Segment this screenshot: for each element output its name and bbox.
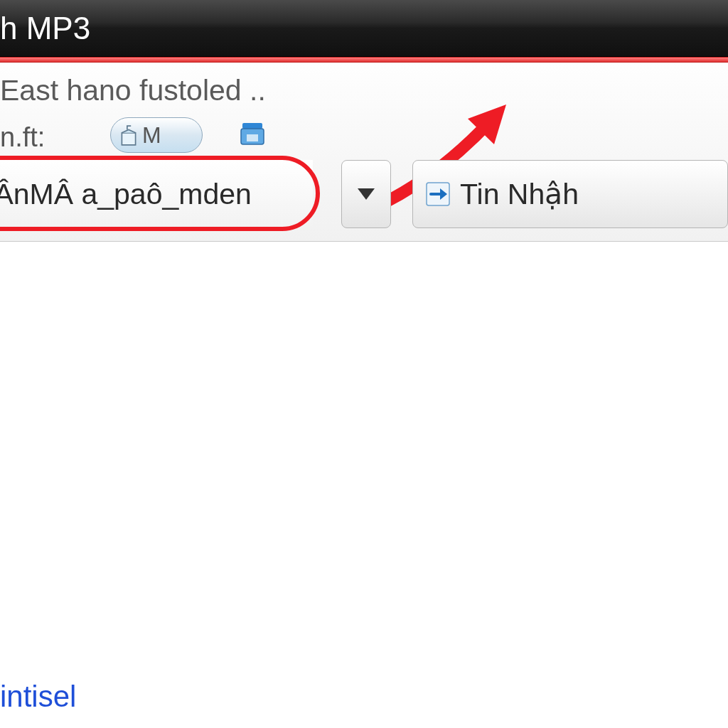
svg-rect-2 (247, 134, 258, 141)
content-area: intisel (0, 242, 728, 728)
filename-input[interactable] (0, 160, 313, 228)
toolbar-row-2: n.ft: M (0, 119, 728, 158)
chevron-down-icon (358, 188, 375, 200)
dropdown-button[interactable] (341, 160, 391, 228)
container-icon (119, 124, 138, 146)
pill-button-m[interactable]: M (110, 117, 203, 153)
action-button[interactable]: Tin Nhậh (412, 160, 728, 228)
window-title: h MP3 (0, 11, 90, 46)
annotation-top-border (0, 57, 728, 63)
breadcrumb: East hano fustoled .. (0, 74, 728, 113)
filename-wrap (0, 160, 313, 228)
toolbar: East hano fustoled .. n.ft: M (0, 63, 728, 242)
svg-rect-0 (242, 123, 262, 129)
arrow-right-box-icon (426, 182, 450, 206)
tab-icon[interactable] (238, 120, 267, 149)
window-titlebar: h MP3 (0, 0, 728, 57)
input-row: Tin Nhậh (0, 160, 728, 228)
nft-label: n.ft: (0, 122, 45, 153)
footer-link[interactable]: intisel (0, 680, 76, 714)
breadcrumb-text: East hano fustoled .. (0, 74, 266, 107)
action-button-label: Tin Nhậh (460, 177, 579, 211)
pill-label: M (142, 122, 161, 149)
